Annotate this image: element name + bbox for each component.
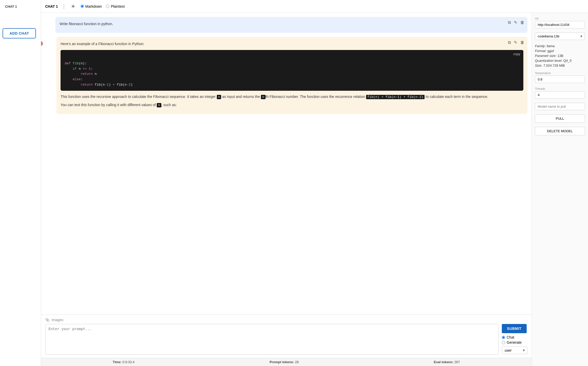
right-panel: Url codellama:13b llama2:7b mistral:7b ▼… <box>532 13 588 366</box>
para1-formula: fib(n) = fib(n-1) + fib(n-2) <box>366 95 425 99</box>
markdown-radio[interactable] <box>81 5 84 8</box>
para2-post: , such as: <box>161 103 177 107</box>
edit-ai-message-button[interactable]: ✎ <box>513 39 518 45</box>
quantization-info-row: Quantization level: Q4_0 <box>535 59 585 63</box>
ai-avatar-icon: 🤖 <box>41 39 43 46</box>
pull-button[interactable]: PULL <box>535 114 585 123</box>
chat-panel: ⧉ ✎ 🗑 Write fibonacci function in python… <box>41 13 532 366</box>
chat-title: CHAT 1 <box>45 4 58 8</box>
url-input[interactable] <box>535 21 585 28</box>
model-pull-field-group <box>535 103 585 110</box>
eval-tokens-label: Eval tokens: <box>434 360 454 364</box>
time-status: Time: 0:0:33.4 <box>113 360 134 364</box>
copy-user-message-button[interactable]: ⧉ <box>507 19 511 25</box>
markdown-label: Markdown <box>85 4 102 8</box>
model-select-wrapper: codellama:13b llama2:7b mistral:7b ▼ <box>535 33 585 40</box>
images-row: 📎 Images <box>45 318 527 322</box>
param-size-value: 13B <box>557 54 563 58</box>
eval-tokens-value: 267 <box>454 360 460 364</box>
prompt-tokens-status: Prompt tokens: 28 <box>270 360 299 364</box>
family-info-row: Family: llama <box>535 44 585 48</box>
main-wrapper: CHAT 1 ⋮ ☀ Markdown Plaintext ⧉ <box>41 0 588 366</box>
prompt-tokens-value: 28 <box>295 360 299 364</box>
add-chat-button[interactable]: ADD CHAT <box>3 28 36 38</box>
user-message-text: Write fibonacci function in python. <box>60 21 523 27</box>
images-label: Images <box>52 318 63 322</box>
edit-user-message-button[interactable]: ✎ <box>513 19 518 25</box>
time-value: 0:0:33.4 <box>122 360 134 364</box>
user-message-actions: ⧉ ✎ 🗑 <box>507 19 525 25</box>
generate-mode-label[interactable]: Generate <box>502 340 522 344</box>
para1-n2: n <box>261 95 266 99</box>
prompt-tokens-label: Prompt tokens: <box>270 360 294 364</box>
ai-message-wrapper: 🤖 ⧉ ✎ 🗑 Here's an example of a Fibonacci… <box>45 37 527 114</box>
prompt-controls: SUBMIT Chat Generate <box>502 324 527 354</box>
copy-ai-message-button[interactable]: ⧉ <box>507 39 511 45</box>
submit-button[interactable]: SUBMIT <box>502 324 527 333</box>
model-pull-input[interactable] <box>535 103 585 110</box>
delete-ai-message-button[interactable]: 🗑 <box>520 39 525 45</box>
plaintext-radio[interactable] <box>106 5 109 8</box>
markdown-radio-label[interactable]: Markdown <box>81 4 102 8</box>
time-label: Time: <box>113 360 121 364</box>
status-bar: Time: 0:0:33.4 Prompt tokens: 28 Eval to… <box>41 358 532 366</box>
size-value: 7,024.728 MiB <box>543 64 565 67</box>
model-select[interactable]: codellama:13b llama2:7b mistral:7b <box>535 33 585 40</box>
para1-mid: as input and returns the <box>221 95 261 99</box>
quantization-value: Q4_0 <box>563 59 572 63</box>
ai-message-para1: This function uses the recursive approac… <box>61 94 523 100</box>
para2-n: n <box>157 103 161 107</box>
quantization-label: Quantization level: <box>535 59 562 63</box>
chat-mode-text: Chat <box>507 335 514 339</box>
eval-tokens-status: Eval tokens: 267 <box>434 360 460 364</box>
param-size-info-row: Parametr size: 13B <box>535 54 585 58</box>
plaintext-radio-label[interactable]: Plaintext <box>106 4 125 8</box>
chat-tab-1[interactable]: CHAT 1 <box>3 3 38 11</box>
delete-model-button[interactable]: DELETE MODEL <box>535 127 585 135</box>
ai-message-actions: ⧉ ✎ 🗑 <box>507 39 525 45</box>
size-info-row: Size: 7,024.728 MiB <box>535 64 585 67</box>
threads-field-group: Threads <box>535 87 585 99</box>
role-select-wrapper: user assistant system ▼ <box>502 347 527 354</box>
role-select[interactable]: user assistant system <box>502 347 527 354</box>
prompt-input[interactable] <box>45 324 499 355</box>
plaintext-label: Plaintext <box>111 4 125 8</box>
theme-toggle-button[interactable]: ☀ <box>71 3 75 9</box>
format-radio-group: Markdown Plaintext <box>81 4 125 8</box>
mode-radio-group: Chat Generate <box>502 335 522 344</box>
code-content: def fib(n): if n <= 1: return n else: re… <box>61 58 523 91</box>
size-label: Size: <box>535 64 542 67</box>
para1-post: th Fibonacci number. The function uses t… <box>266 95 366 99</box>
copy-code-button[interactable]: copy <box>513 52 520 56</box>
temperature-field-group: Temperature <box>535 72 585 83</box>
code-header: copy <box>61 50 523 58</box>
chat-mode-radio[interactable] <box>502 336 505 339</box>
chat-mode-label[interactable]: Chat <box>502 335 522 339</box>
ai-message-para2: You can test this function by calling it… <box>61 102 523 108</box>
sidebar: CHAT 1 ADD CHAT <box>0 0 41 366</box>
threads-label: Threads <box>535 87 585 90</box>
content-area: ⧉ ✎ 🗑 Write fibonacci function in python… <box>41 13 588 366</box>
generate-mode-radio[interactable] <box>502 341 505 344</box>
temperature-label: Temperature <box>535 72 585 75</box>
chat-title-area: CHAT 1 ⋮ <box>45 3 68 10</box>
more-options-button[interactable]: ⋮ <box>60 3 68 10</box>
code-block: copy def fib(n): if n <= 1: return n els… <box>61 50 523 91</box>
header-bar: CHAT 1 ⋮ ☀ Markdown Plaintext <box>41 0 588 13</box>
format-value: gguf <box>547 49 554 53</box>
para2-pre: You can test this function by calling it… <box>61 103 157 107</box>
family-value: llama <box>547 44 555 48</box>
delete-user-message-button[interactable]: 🗑 <box>520 19 525 25</box>
temperature-input[interactable] <box>535 76 585 83</box>
generate-mode-text: Generate <box>507 340 522 344</box>
ai-message-intro: Here's an example of a Fibonacci functio… <box>61 41 523 47</box>
model-info-grid: Family: llama Format: gguf Parametr size… <box>535 44 585 67</box>
para1-pre: This function uses the recursive approac… <box>61 95 217 99</box>
url-label: Url <box>535 17 585 20</box>
messages-container[interactable]: ⧉ ✎ 🗑 Write fibonacci function in python… <box>41 13 532 314</box>
threads-input[interactable] <box>535 91 585 99</box>
family-label: Family: <box>535 44 546 48</box>
url-field-group: Url <box>535 17 585 28</box>
para1-end: to calculate each term in the sequence. <box>425 95 488 99</box>
input-area: 📎 Images SUBMIT Chat <box>41 314 532 358</box>
